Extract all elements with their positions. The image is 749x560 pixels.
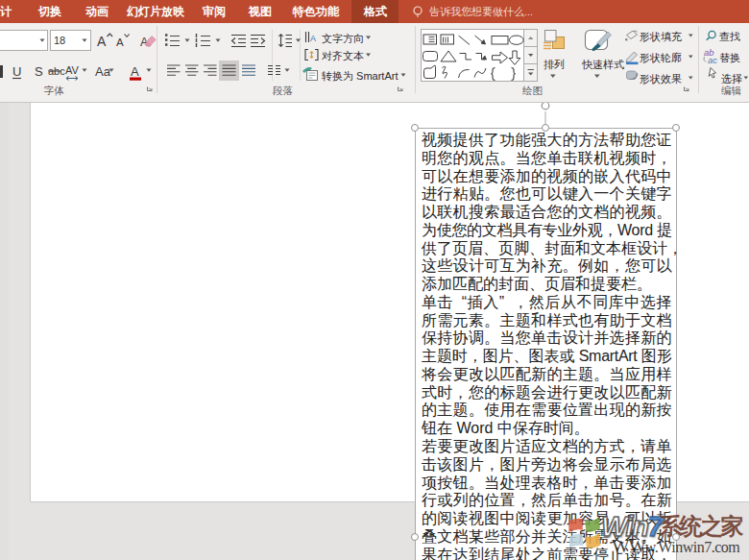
svg-text:AV: AV: [65, 64, 80, 76]
svg-text:A: A: [116, 37, 124, 48]
svg-text:ac: ac: [708, 55, 717, 65]
svg-text:A: A: [310, 34, 316, 43]
svg-text:Aa: Aa: [95, 64, 111, 79]
svg-text:A: A: [131, 64, 139, 79]
svg-text:S: S: [35, 64, 43, 79]
svg-text:A: A: [97, 34, 107, 49]
svg-text:U: U: [12, 64, 21, 79]
